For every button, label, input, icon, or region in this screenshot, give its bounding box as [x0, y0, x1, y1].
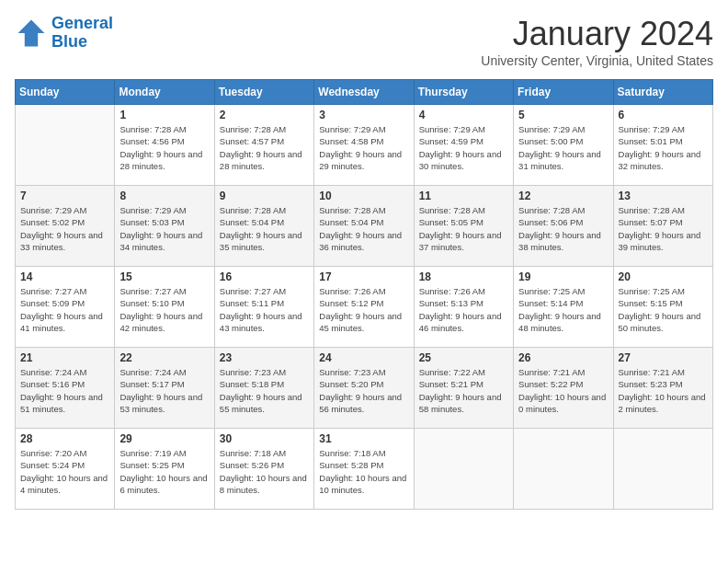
calendar-week-row: 1Sunrise: 7:28 AMSunset: 4:56 PMDaylight… [16, 105, 713, 186]
day-info: Sunrise: 7:25 AMSunset: 5:15 PMDaylight:… [619, 285, 708, 334]
weekday-header-monday: Monday [115, 80, 214, 105]
calendar-day-cell: 18Sunrise: 7:26 AMSunset: 5:13 PMDayligh… [414, 267, 513, 348]
calendar-day-cell: 8Sunrise: 7:29 AMSunset: 5:03 PMDaylight… [115, 186, 214, 267]
calendar-day-cell: 21Sunrise: 7:24 AMSunset: 5:16 PMDayligh… [16, 348, 115, 429]
day-info: Sunrise: 7:23 AMSunset: 5:20 PMDaylight:… [319, 366, 408, 415]
day-number: 11 [419, 190, 508, 202]
day-info: Sunrise: 7:27 AMSunset: 5:11 PMDaylight:… [220, 285, 309, 334]
calendar-day-cell: 4Sunrise: 7:29 AMSunset: 4:59 PMDaylight… [414, 105, 513, 186]
calendar-day-cell: 22Sunrise: 7:24 AMSunset: 5:17 PMDayligh… [115, 348, 214, 429]
location-subtitle: University Center, Virginia, United Stat… [481, 53, 713, 68]
logo-line1: General [51, 14, 113, 32]
weekday-header-tuesday: Tuesday [214, 80, 313, 105]
day-number: 6 [619, 109, 708, 121]
title-area: January 2024 University Center, Virginia… [481, 15, 713, 68]
day-info: Sunrise: 7:24 AMSunset: 5:16 PMDaylight:… [20, 366, 109, 415]
day-number: 29 [119, 432, 209, 445]
day-info: Sunrise: 7:29 AMSunset: 5:02 PMDaylight:… [20, 204, 109, 253]
day-number: 7 [20, 190, 109, 202]
day-number: 4 [419, 109, 508, 121]
day-number: 21 [20, 351, 109, 364]
calendar-day-cell: 6Sunrise: 7:29 AMSunset: 5:01 PMDaylight… [613, 105, 712, 186]
calendar-week-row: 7Sunrise: 7:29 AMSunset: 5:02 PMDaylight… [16, 186, 713, 267]
day-number: 15 [119, 270, 209, 283]
day-number: 13 [619, 190, 708, 202]
page-header: General Blue January 2024 University Cen… [15, 15, 713, 68]
weekday-header-thursday: Thursday [414, 80, 513, 105]
day-info: Sunrise: 7:28 AMSunset: 5:07 PMDaylight:… [619, 204, 708, 253]
day-number: 10 [319, 190, 408, 202]
calendar-day-cell [613, 429, 712, 510]
weekday-header-row: SundayMondayTuesdayWednesdayThursdayFrid… [16, 80, 713, 105]
calendar-day-cell: 17Sunrise: 7:26 AMSunset: 5:12 PMDayligh… [314, 267, 414, 348]
weekday-header-sunday: Sunday [16, 80, 115, 105]
day-number: 12 [518, 190, 608, 202]
month-title: January 2024 [481, 15, 713, 53]
day-number: 22 [119, 351, 209, 364]
calendar-day-cell [16, 105, 115, 186]
day-info: Sunrise: 7:20 AMSunset: 5:24 PMDaylight:… [20, 447, 109, 496]
day-info: Sunrise: 7:21 AMSunset: 5:22 PMDaylight:… [518, 366, 608, 415]
logo-icon [15, 17, 48, 50]
calendar-day-cell: 16Sunrise: 7:27 AMSunset: 5:11 PMDayligh… [214, 267, 313, 348]
day-info: Sunrise: 7:26 AMSunset: 5:12 PMDaylight:… [319, 285, 408, 334]
day-info: Sunrise: 7:29 AMSunset: 5:01 PMDaylight:… [619, 123, 708, 172]
calendar-day-cell [414, 429, 513, 510]
calendar-day-cell: 31Sunrise: 7:18 AMSunset: 5:28 PMDayligh… [314, 429, 414, 510]
day-number: 1 [119, 109, 209, 121]
day-info: Sunrise: 7:22 AMSunset: 5:21 PMDaylight:… [419, 366, 508, 415]
svg-marker-0 [18, 19, 45, 46]
calendar-day-cell: 19Sunrise: 7:25 AMSunset: 5:14 PMDayligh… [514, 267, 613, 348]
logo-text: General Blue [51, 15, 113, 52]
day-info: Sunrise: 7:19 AMSunset: 5:25 PMDaylight:… [119, 447, 209, 496]
calendar-day-cell: 1Sunrise: 7:28 AMSunset: 4:56 PMDaylight… [115, 105, 214, 186]
logo: General Blue [15, 15, 113, 52]
day-info: Sunrise: 7:28 AMSunset: 4:57 PMDaylight:… [220, 123, 309, 172]
day-number: 30 [220, 432, 309, 445]
day-info: Sunrise: 7:26 AMSunset: 5:13 PMDaylight:… [419, 285, 508, 334]
day-number: 18 [419, 270, 508, 283]
calendar-day-cell: 13Sunrise: 7:28 AMSunset: 5:07 PMDayligh… [613, 186, 712, 267]
day-number: 26 [518, 351, 608, 364]
day-number: 23 [220, 351, 309, 364]
calendar-day-cell: 15Sunrise: 7:27 AMSunset: 5:10 PMDayligh… [115, 267, 214, 348]
day-info: Sunrise: 7:18 AMSunset: 5:28 PMDaylight:… [319, 447, 408, 496]
day-number: 8 [119, 190, 209, 202]
day-info: Sunrise: 7:21 AMSunset: 5:23 PMDaylight:… [619, 366, 708, 415]
day-info: Sunrise: 7:28 AMSunset: 5:05 PMDaylight:… [419, 204, 508, 253]
day-number: 5 [518, 109, 608, 121]
calendar-week-row: 21Sunrise: 7:24 AMSunset: 5:16 PMDayligh… [16, 348, 713, 429]
day-info: Sunrise: 7:27 AMSunset: 5:10 PMDaylight:… [119, 285, 209, 334]
weekday-header-wednesday: Wednesday [314, 80, 414, 105]
day-number: 20 [619, 270, 708, 283]
calendar-day-cell: 28Sunrise: 7:20 AMSunset: 5:24 PMDayligh… [16, 429, 115, 510]
weekday-header-saturday: Saturday [613, 80, 712, 105]
day-number: 14 [20, 270, 109, 283]
calendar-day-cell: 7Sunrise: 7:29 AMSunset: 5:02 PMDaylight… [16, 186, 115, 267]
day-info: Sunrise: 7:28 AMSunset: 4:56 PMDaylight:… [119, 123, 209, 172]
day-info: Sunrise: 7:29 AMSunset: 5:00 PMDaylight:… [518, 123, 608, 172]
calendar-day-cell: 10Sunrise: 7:28 AMSunset: 5:04 PMDayligh… [314, 186, 414, 267]
day-number: 16 [220, 270, 309, 283]
day-info: Sunrise: 7:23 AMSunset: 5:18 PMDaylight:… [220, 366, 309, 415]
calendar-day-cell: 26Sunrise: 7:21 AMSunset: 5:22 PMDayligh… [514, 348, 613, 429]
day-info: Sunrise: 7:27 AMSunset: 5:09 PMDaylight:… [20, 285, 109, 334]
calendar-day-cell: 29Sunrise: 7:19 AMSunset: 5:25 PMDayligh… [115, 429, 214, 510]
day-info: Sunrise: 7:18 AMSunset: 5:26 PMDaylight:… [220, 447, 309, 496]
day-info: Sunrise: 7:29 AMSunset: 4:59 PMDaylight:… [419, 123, 508, 172]
day-info: Sunrise: 7:25 AMSunset: 5:14 PMDaylight:… [518, 285, 608, 334]
day-info: Sunrise: 7:29 AMSunset: 5:03 PMDaylight:… [119, 204, 209, 253]
calendar-day-cell: 27Sunrise: 7:21 AMSunset: 5:23 PMDayligh… [613, 348, 712, 429]
calendar-week-row: 14Sunrise: 7:27 AMSunset: 5:09 PMDayligh… [16, 267, 713, 348]
calendar-day-cell: 24Sunrise: 7:23 AMSunset: 5:20 PMDayligh… [314, 348, 414, 429]
day-info: Sunrise: 7:28 AMSunset: 5:04 PMDaylight:… [319, 204, 408, 253]
day-number: 17 [319, 270, 408, 283]
day-number: 3 [319, 109, 408, 121]
day-number: 9 [220, 190, 309, 202]
day-info: Sunrise: 7:24 AMSunset: 5:17 PMDaylight:… [119, 366, 209, 415]
calendar-day-cell [514, 429, 613, 510]
calendar-week-row: 28Sunrise: 7:20 AMSunset: 5:24 PMDayligh… [16, 429, 713, 510]
calendar-table: SundayMondayTuesdayWednesdayThursdayFrid… [15, 79, 713, 510]
logo-line2: Blue [51, 32, 87, 51]
day-number: 24 [319, 351, 408, 364]
